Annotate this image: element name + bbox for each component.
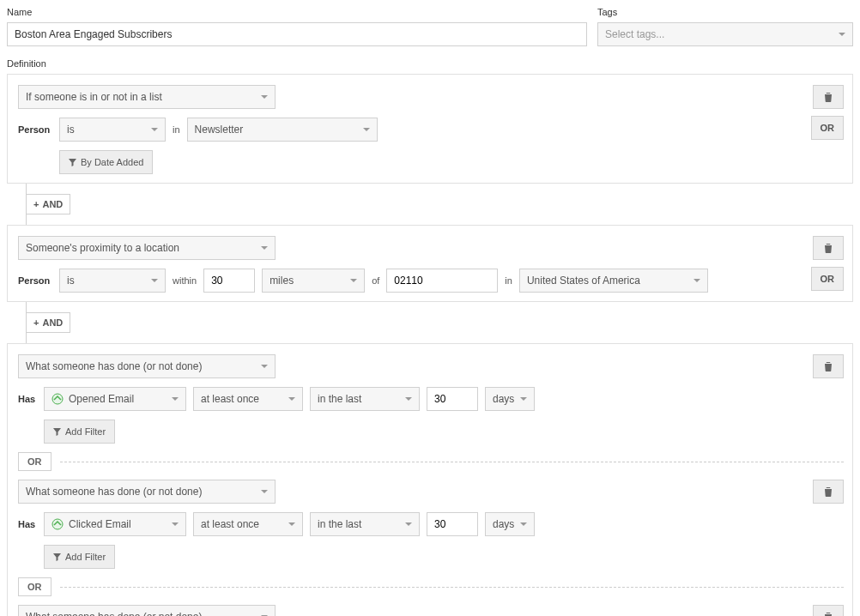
person-label: Person (18, 275, 52, 286)
delete-block-button[interactable] (813, 354, 844, 378)
delete-block-button[interactable] (813, 480, 844, 504)
count-input[interactable] (427, 387, 478, 411)
event-icon (51, 393, 64, 405)
tags-select[interactable]: Select tags... (597, 22, 853, 46)
plus-icon: + (33, 317, 39, 328)
trash-icon (824, 243, 833, 253)
condition-type-value: What someone has done (or not done) (26, 486, 202, 498)
sub-block: What someone has done (or not done) Has … (18, 605, 844, 616)
or-line (60, 462, 845, 462)
condition-type-value: What someone has done (or not done) (26, 360, 202, 372)
list-select[interactable]: Newsletter (187, 118, 378, 142)
zip-input[interactable] (386, 269, 498, 293)
condition-type-value: Someone's proximity to a location (26, 242, 179, 254)
trash-icon (824, 612, 833, 616)
freq-select[interactable]: at least once (193, 512, 303, 536)
has-label: Has (18, 519, 37, 529)
range-select[interactable]: in the last (310, 387, 420, 411)
range-value: in the last (318, 393, 361, 405)
person-op-value: is (67, 275, 75, 287)
in2-label: in (505, 275, 512, 286)
freq-value: at least once (201, 393, 259, 405)
add-filter-label: Add Filter (65, 426, 106, 437)
filter-icon (53, 428, 61, 436)
trash-icon (824, 361, 833, 371)
by-date-added-label: By Date Added (81, 157, 143, 167)
or-button[interactable]: OR (811, 116, 845, 140)
tags-placeholder: Select tags... (605, 28, 664, 40)
time-unit-select[interactable]: days (485, 387, 535, 411)
person-op-select[interactable]: is (59, 269, 166, 293)
person-op-select[interactable]: is (59, 118, 166, 142)
and-button[interactable]: + AND (26, 312, 70, 333)
of-label: of (372, 275, 379, 286)
person-label: Person (18, 124, 52, 135)
filter-icon (69, 159, 76, 166)
event-select[interactable]: Clicked Email (44, 512, 186, 536)
unit-value: miles (270, 275, 294, 287)
delete-group-button[interactable] (813, 85, 844, 109)
trash-icon (824, 92, 833, 102)
within-label: within (173, 275, 197, 286)
and-label: AND (42, 317, 63, 328)
event-icon (51, 518, 64, 530)
distance-input[interactable] (203, 269, 255, 293)
condition-group-3: What someone has done (or not done) Has … (7, 343, 853, 616)
condition-type-select[interactable]: If someone is in or not in a list (18, 85, 276, 109)
condition-group-2: OR Someone's proximity to a location Per… (7, 225, 853, 302)
svg-point-0 (52, 394, 63, 404)
and-button[interactable]: + AND (26, 194, 70, 214)
name-input[interactable] (7, 22, 587, 46)
or-pill[interactable]: OR (18, 452, 51, 471)
country-value: United States of America (527, 275, 640, 287)
add-filter-label: Add Filter (65, 552, 106, 562)
condition-group-1: OR If someone is in or not in a list Per… (7, 74, 853, 184)
person-op-value: is (67, 124, 75, 136)
event-value: Clicked Email (69, 518, 131, 530)
range-value: in the last (318, 518, 361, 530)
event-value: Opened Email (69, 393, 134, 405)
count-input[interactable] (427, 512, 478, 536)
or-line (60, 587, 845, 588)
has-label: Has (18, 394, 37, 404)
condition-type-value: If someone is in or not in a list (26, 91, 162, 103)
or-separator: OR (18, 452, 844, 471)
sub-block: What someone has done (or not done) Has … (18, 480, 844, 569)
condition-type-value: What someone has done (or not done) (26, 611, 202, 616)
freq-select[interactable]: at least once (193, 387, 303, 411)
time-unit-select[interactable]: days (485, 512, 535, 536)
condition-type-select[interactable]: What someone has done (or not done) (18, 480, 276, 504)
delete-group-button[interactable] (813, 236, 844, 260)
plus-icon: + (33, 199, 39, 209)
or-button[interactable]: OR (811, 267, 845, 291)
by-date-added-button[interactable]: By Date Added (59, 150, 153, 174)
condition-type-select[interactable]: What someone has done (or not done) (18, 354, 276, 378)
filter-icon (53, 553, 61, 561)
time-unit-value: days (493, 393, 514, 405)
or-separator: OR (18, 577, 844, 596)
in-label: in (173, 124, 180, 135)
and-label: AND (42, 199, 63, 209)
country-select[interactable]: United States of America (519, 269, 708, 293)
sub-block: What someone has done (or not done) Has … (18, 354, 844, 444)
list-value: Newsletter (195, 124, 244, 136)
time-unit-value: days (493, 518, 514, 530)
unit-select[interactable]: miles (262, 269, 365, 293)
or-pill[interactable]: OR (18, 577, 51, 596)
freq-value: at least once (201, 518, 259, 530)
condition-type-select[interactable]: Someone's proximity to a location (18, 236, 276, 260)
event-select[interactable]: Opened Email (44, 387, 186, 411)
name-label: Name (7, 7, 587, 17)
definition-label: Definition (7, 58, 853, 69)
trash-icon (824, 486, 833, 497)
range-select[interactable]: in the last (310, 512, 420, 536)
tags-label: Tags (597, 7, 853, 17)
add-filter-button[interactable]: Add Filter (44, 545, 115, 569)
delete-block-button[interactable] (813, 605, 844, 616)
svg-point-1 (52, 519, 63, 529)
add-filter-button[interactable]: Add Filter (44, 420, 115, 444)
condition-type-select[interactable]: What someone has done (or not done) (18, 605, 276, 616)
